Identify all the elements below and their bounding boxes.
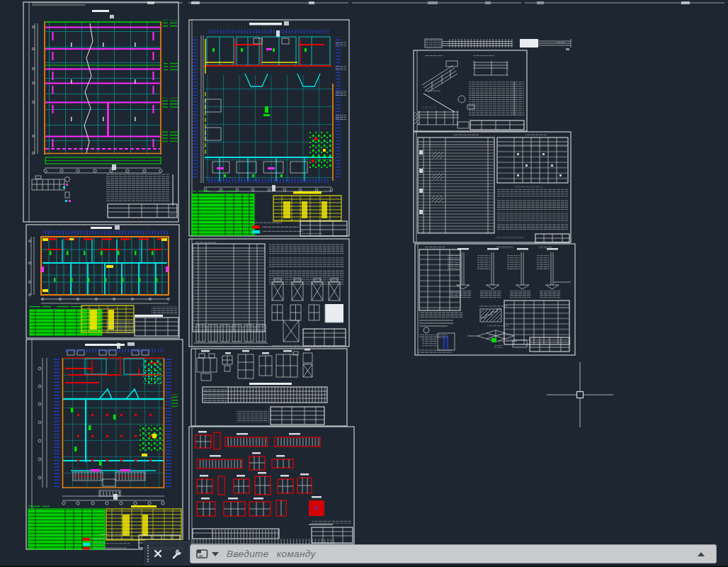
sheet-10-schedules xyxy=(414,132,571,242)
sheet-9-railing-details xyxy=(414,50,527,131)
wrench-icon[interactable] xyxy=(167,543,186,564)
sheet-5-specification xyxy=(189,239,349,347)
sheet-3-floor-plan xyxy=(26,339,183,550)
sheet-7-window-elevations xyxy=(189,427,354,544)
application-window: Введите команду xyxy=(0,0,728,567)
recent-commands-dropdown-icon[interactable] xyxy=(212,552,219,556)
command-dock xyxy=(143,540,191,567)
sheet-4-floor-plan xyxy=(189,20,349,236)
sheet-6-window-details xyxy=(191,349,347,426)
crosshair-cursor xyxy=(547,362,613,427)
sheet-8-railing-strip xyxy=(425,39,571,50)
column-base-details xyxy=(448,248,571,298)
command-input[interactable]: Введите команду xyxy=(227,549,316,559)
history-expand-icon[interactable] xyxy=(698,552,705,556)
close-icon[interactable] xyxy=(149,543,167,564)
drawing-canvas[interactable] xyxy=(0,0,728,567)
sheet-2-floor-plan xyxy=(26,225,179,338)
sheet-1-framing-plan xyxy=(23,2,179,222)
command-bar[interactable]: Введите команду xyxy=(190,544,717,563)
command-line-icon[interactable] xyxy=(196,549,208,559)
sheet-11-column-details xyxy=(415,244,575,355)
